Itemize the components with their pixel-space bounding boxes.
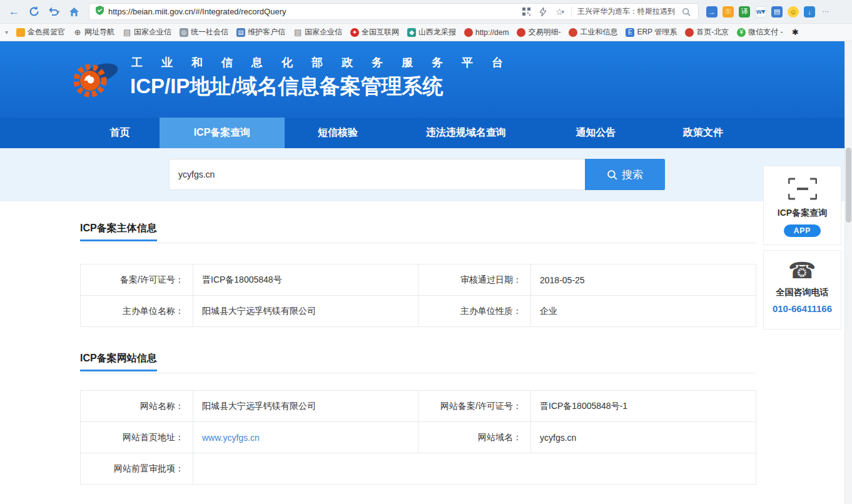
tab-illegal-domain-query[interactable]: 违法违规域名查询 (391, 118, 541, 148)
website-section-header: ICP备案网站信息 (80, 352, 756, 373)
lightning-icon[interactable] (537, 6, 549, 18)
undo-icon[interactable]: ▾ (45, 3, 63, 21)
domain-search-input[interactable] (169, 159, 585, 190)
bookmark-item[interactable]: ✦全国互联网 (350, 27, 399, 38)
table-row: 主办单位名称： 阳城县大宁远孚钙镁有限公司 主办单位性质： 企业 (81, 296, 756, 327)
tab-sms-verification[interactable]: 短信核验 (285, 118, 391, 148)
scrollbar-thumb[interactable] (846, 148, 851, 223)
extension-icons: → ⚿ 译 w▾ ▤ ☺ ↓ ⋯ (706, 6, 831, 18)
bookmark-favicon (464, 28, 473, 37)
download-icon[interactable]: ↓ (804, 6, 815, 18)
bookmark-item[interactable]: http://dem (464, 28, 509, 37)
bookmark-item[interactable]: ⊕网址导航 (73, 27, 114, 38)
login-icon[interactable]: → (706, 6, 718, 18)
field-label: 审核通过日期： (418, 265, 531, 296)
smiley-icon[interactable]: ☺ (788, 6, 799, 18)
wechat-pay-icon: ¥ (737, 28, 746, 37)
hotline-number: 010-66411166 (764, 303, 841, 314)
bookmark-item[interactable]: ◎统一社会信 (180, 27, 228, 38)
bookmark-favicon (685, 28, 694, 37)
subject-section-header: ICP备案主体信息 (80, 222, 756, 243)
table-row: 网站名称： 阳城县大宁远孚钙镁有限公司 网站备案/许可证号： 晋ICP备1800… (81, 391, 756, 422)
scrollbar[interactable] (844, 41, 852, 504)
globe-icon: ⊕ (73, 28, 82, 37)
url-text: https://beian.miit.gov.cn/#/Integrated/r… (108, 7, 516, 16)
search-icon[interactable] (681, 6, 692, 18)
miit-logo (70, 58, 119, 104)
bookmark-item[interactable]: 工业和信息 (569, 27, 617, 38)
document-icon: ▤ (123, 28, 131, 37)
browser-toolbar: ← ▾ https://beian.miit.gov.cn/#/Integrat… (0, 0, 852, 24)
icp-query-app-card[interactable]: ICP备案查询 APP (763, 166, 841, 245)
app-card-title: ICP备案查询 (764, 208, 841, 219)
bookmark-item[interactable]: ▤国家企业信 (123, 27, 171, 38)
field-label: 备案/许可证号： (81, 265, 193, 296)
emblem-icon: ✦ (350, 28, 359, 37)
field-label: 网站域名： (418, 422, 531, 453)
document-icon: ▤ (293, 28, 302, 37)
site-header: 工业和信息化部政务服务平台 ICP/IP地址/域名信息备案管理系统 (0, 41, 852, 118)
more-icon[interactable]: ⋯ (820, 6, 831, 18)
qr-grid-icon[interactable] (520, 6, 532, 18)
tab-notices[interactable]: 通知公告 (541, 118, 651, 148)
tab-icp-record-query[interactable]: ICP备案查询 (160, 118, 285, 148)
bookmark-item[interactable]: 交易明细- (517, 27, 560, 38)
bookmark-item[interactable]: ◆山西龙采报 (407, 27, 456, 38)
field-value (193, 453, 756, 485)
paw-icon[interactable]: ✱ (791, 28, 800, 37)
bookmarks-bar: ▾ 金色摇篮官 ⊕网址导航 ▤国家企业信 ◎统一社会信 ▤维护客户信 ▤国家企业… (0, 24, 852, 41)
table-row: 网站前置审批项： (81, 453, 756, 485)
translate-icon[interactable]: 译 (739, 6, 750, 18)
main-nav: 首页 ICP备案查询 短信核验 违法违规域名查询 通知公告 政策文件 (0, 118, 852, 148)
bookmark-favicon (16, 28, 25, 37)
star-icon[interactable]: ☆▾ (554, 6, 565, 18)
refresh-icon[interactable] (25, 3, 43, 21)
hotline-title: 全国咨询电话 (764, 287, 841, 298)
field-value: 阳城县大宁远孚钙镁有限公司 (193, 391, 418, 422)
scan-icon (764, 178, 841, 203)
bookmark-item[interactable]: EERP 管理系 (626, 27, 677, 38)
bookmarks-menu-icon[interactable]: ▾ (5, 29, 8, 36)
undo-dropdown-icon[interactable]: ▾ (57, 9, 60, 15)
bookmark-item[interactable]: ▤国家企业信 (293, 27, 342, 38)
section-title: ICP备案网站信息 (80, 352, 157, 371)
field-label: 网站前置审批项： (81, 453, 193, 485)
notes-icon[interactable]: ▤ (771, 6, 783, 18)
bookmark-item[interactable]: ¥微信支付 - (737, 27, 783, 38)
word-icon[interactable]: w▾ (755, 6, 766, 18)
key-icon[interactable]: ⚿ (723, 6, 734, 18)
main-content: ICP备案主体信息 备案/许可证号： 晋ICP备18005848号 审核通过日期… (80, 201, 756, 485)
hot-search-text[interactable]: 王兴评华为造车：特斯拉遇到 (577, 6, 675, 17)
bookmark-favicon (517, 28, 525, 37)
search-icon (607, 169, 617, 180)
field-label: 网站备案/许可证号： (418, 391, 531, 422)
field-value: ycyfgs.cn (531, 422, 756, 453)
bookmark-item[interactable]: ▤维护客户信 (236, 27, 285, 38)
page: ← ▾ https://beian.miit.gov.cn/#/Integrat… (0, 0, 852, 504)
app-badge: APP (784, 224, 821, 237)
section-title: ICP备案主体信息 (80, 222, 157, 241)
bookmark-favicon: E (626, 28, 634, 37)
bookmark-favicon: ◎ (180, 28, 188, 37)
bookmark-item[interactable]: 金色摇篮官 (16, 27, 65, 38)
back-icon[interactable]: ← (5, 3, 23, 21)
field-value: 2018-05-25 (531, 265, 756, 296)
field-label: 网站首页地址： (81, 422, 193, 453)
website-info-table: 网站名称： 阳城县大宁远孚钙镁有限公司 网站备案/许可证号： 晋ICP备1800… (80, 390, 756, 485)
phone-icon: ☎ (764, 260, 841, 282)
field-label: 主办单位性质： (418, 296, 531, 327)
bookmark-favicon: ▤ (236, 28, 245, 37)
tab-home[interactable]: 首页 (80, 118, 160, 148)
subject-info-table: 备案/许可证号： 晋ICP备18005848号 审核通过日期： 2018-05-… (80, 264, 756, 327)
security-shield-icon (96, 6, 104, 18)
bookmark-favicon (569, 28, 577, 37)
field-value: 企业 (531, 296, 756, 327)
search-button[interactable]: 搜索 (585, 159, 665, 190)
address-bar[interactable]: https://beian.miit.gov.cn/#/Integrated/r… (89, 3, 699, 20)
field-value: www.ycyfgs.cn (193, 422, 418, 453)
page-title: ICP/IP地址/域名信息备案管理系统 (130, 73, 444, 101)
home-icon[interactable] (65, 3, 83, 21)
tab-policy-documents[interactable]: 政策文件 (651, 118, 756, 148)
bookmark-item[interactable]: 首页-北京 (685, 27, 729, 38)
website-home-link[interactable]: www.ycyfgs.cn (202, 433, 260, 443)
